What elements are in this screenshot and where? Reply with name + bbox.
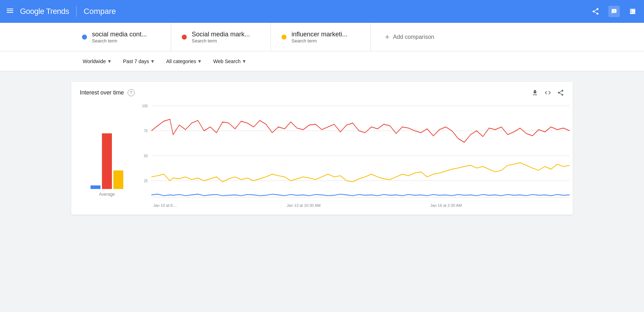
search-term-3[interactable]: influencer marketi... Search term bbox=[271, 23, 371, 51]
embed-icon[interactable] bbox=[544, 89, 551, 96]
average-bar-chart: Average bbox=[75, 102, 139, 208]
chart-actions bbox=[531, 89, 564, 96]
feedback-icon[interactable] bbox=[608, 6, 620, 17]
bar-blue bbox=[91, 185, 101, 189]
filter-bar: Worldwide ▾ Past 7 days ▾ All categories… bbox=[0, 51, 644, 71]
search-type-filter[interactable]: Web Search ▾ bbox=[209, 56, 250, 67]
line-chart-area: 100 75 50 25 Jan 10 bbox=[139, 102, 573, 208]
x-label-3: Jan 16 at 2:30 AM bbox=[430, 203, 462, 208]
search-term-1[interactable]: social media cont... Search term bbox=[71, 23, 171, 51]
app-logo: Google Trends bbox=[20, 7, 69, 16]
term3-text: influencer marketi... Search term bbox=[292, 31, 347, 44]
svg-text:100: 100 bbox=[142, 103, 148, 108]
help-icon[interactable]: ? bbox=[128, 89, 135, 96]
svg-text:25: 25 bbox=[144, 178, 148, 183]
yellow-line bbox=[151, 163, 570, 182]
time-filter[interactable]: Past 7 days ▾ bbox=[119, 56, 158, 67]
main-content: Interest over time ? bbox=[0, 71, 644, 222]
bar-yellow bbox=[113, 170, 123, 189]
term1-text: social media cont... Search term bbox=[92, 31, 147, 44]
geo-filter-arrow: ▾ bbox=[108, 58, 111, 65]
chart-header: Interest over time ? bbox=[71, 89, 573, 102]
header-actions bbox=[590, 6, 638, 17]
apps-icon[interactable] bbox=[627, 6, 638, 17]
search-term-2[interactable]: Social media mark... Search term bbox=[171, 23, 271, 51]
bar-red bbox=[102, 133, 112, 189]
x-axis-labels: Jan 10 at 6:... Jan 13 at 10:30 AM Jan 1… bbox=[139, 203, 573, 208]
share-chart-icon[interactable] bbox=[557, 89, 564, 96]
header: Google Trends Compare bbox=[0, 0, 644, 23]
search-type-filter-arrow: ▾ bbox=[243, 58, 246, 65]
search-type-filter-label: Web Search bbox=[213, 58, 241, 64]
term2-label: Social media mark... bbox=[192, 31, 250, 38]
term3-type: Search term bbox=[292, 38, 347, 44]
term1-dot bbox=[82, 35, 87, 40]
share-icon[interactable] bbox=[590, 6, 601, 17]
time-filter-arrow: ▾ bbox=[151, 58, 154, 65]
time-filter-label: Past 7 days bbox=[123, 58, 149, 64]
bar-container bbox=[91, 118, 123, 189]
chart-title: Interest over time bbox=[80, 89, 124, 96]
svg-text:75: 75 bbox=[144, 128, 148, 133]
term1-label: social media cont... bbox=[92, 31, 147, 38]
category-filter-label: All categories bbox=[166, 58, 196, 64]
term3-label: influencer marketi... bbox=[292, 31, 347, 38]
add-icon: + bbox=[385, 32, 390, 42]
geo-filter[interactable]: Worldwide ▾ bbox=[78, 56, 115, 67]
x-label-2: Jan 13 at 10:30 AM bbox=[287, 203, 321, 208]
term2-text: Social media mark... Search term bbox=[192, 31, 250, 44]
add-comparison-label: Add comparison bbox=[393, 34, 434, 40]
geo-filter-label: Worldwide bbox=[83, 58, 106, 64]
average-label: Average bbox=[99, 192, 115, 197]
chart-body: Average 100 75 50 25 bbox=[71, 102, 573, 208]
term1-type: Search term bbox=[92, 38, 147, 44]
menu-icon[interactable] bbox=[6, 6, 14, 17]
term3-dot bbox=[282, 35, 287, 40]
category-filter-arrow: ▾ bbox=[198, 58, 201, 65]
add-comparison-button[interactable]: + Add comparison bbox=[371, 32, 448, 42]
x-label-1: Jan 10 at 6:... bbox=[153, 203, 177, 208]
chart-title-area: Interest over time ? bbox=[80, 89, 135, 96]
svg-text:50: 50 bbox=[144, 153, 148, 158]
search-terms-bar: social media cont... Search term Social … bbox=[0, 23, 644, 51]
term2-dot bbox=[182, 35, 187, 40]
header-divider bbox=[76, 6, 77, 17]
blue-line bbox=[151, 194, 570, 195]
interest-over-time-card: Interest over time ? bbox=[71, 82, 573, 215]
category-filter[interactable]: All categories ▾ bbox=[162, 56, 205, 67]
line-chart-svg: 100 75 50 25 bbox=[139, 102, 573, 202]
download-icon[interactable] bbox=[531, 89, 539, 96]
page-title: Compare bbox=[84, 7, 116, 16]
term2-type: Search term bbox=[192, 38, 250, 44]
